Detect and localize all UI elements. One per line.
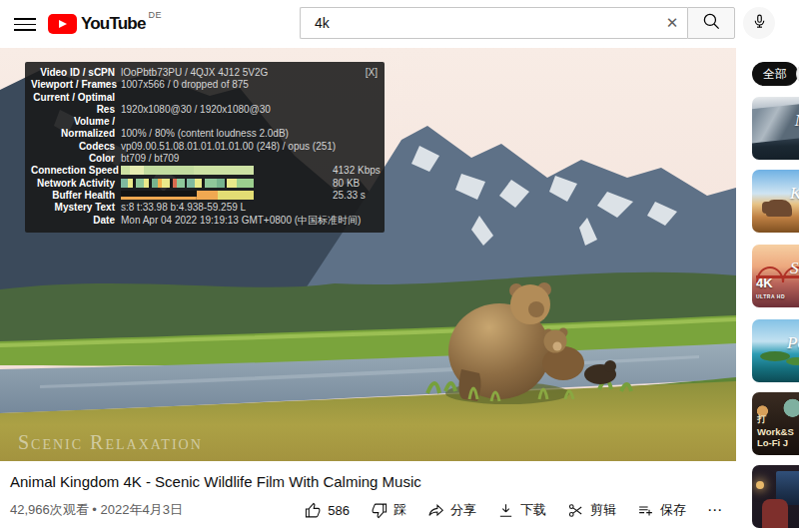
stats-row-connection-speed: Connection Speed4132 Kbps [25,165,385,177]
mic-button[interactable] [743,7,775,39]
thumbs-down-icon [371,502,388,519]
like-button[interactable]: 586 [305,502,350,519]
download-button[interactable]: 下载 [497,501,546,519]
stats-row: DateMon Apr 04 2022 19:19:13 GMT+0800 (中… [25,215,385,227]
scissors-icon [567,502,584,519]
related-videos-sidebar: 全部 N Ki Sc 4KULTRA HD Po 打 Work&S Lo-Fi … [744,48,799,532]
elephant-graphic [766,200,792,217]
download-label: 下载 [520,501,546,519]
search-box: ✕ [300,7,687,39]
search-area: ✕ [300,7,735,39]
clip-button[interactable]: 剪辑 [567,501,616,519]
download-icon [497,502,514,519]
thumbs-up-icon [305,502,322,519]
stats-row: Codecsvp09.00.51.08.01.01.01.01.00 (248)… [25,141,385,153]
more-icon: ⋯ [707,501,724,519]
related-video-thumbnail[interactable]: Sc 4KULTRA HD [752,245,799,307]
related-video-thumbnail[interactable] [752,465,799,528]
video-info-section: Animal Kingdom 4K - Scenic Wildlife Film… [0,461,736,532]
stats-row: Res1920x1080@30 / 1920x1080@30 [25,104,385,116]
search-input[interactable] [315,8,657,38]
share-button[interactable]: 分享 [427,501,476,519]
mic-icon [751,13,768,34]
channel-watermark: Scenic Relaxation [18,431,203,454]
thumbnail-title-letter: Ki [790,184,799,204]
stats-row: Video ID / sCPNlOoPbtb73PU / 4QJX 4J12 5… [25,67,385,79]
action-bar: 586 踩 分享 下载 [305,501,736,519]
menu-icon[interactable] [14,14,36,34]
stats-row: Mystery Texts:8 t:33.98 b:4.938-59.259 L [25,202,385,214]
related-video-thumbnail[interactable]: N [752,97,799,160]
dislike-label: 踩 [394,501,406,519]
stats-row-buffer-health: Buffer Health25.33 s [25,190,385,202]
region-label: DE [149,10,163,20]
related-video-thumbnail[interactable]: Ki [752,170,799,233]
stats-row-network-activity: Network Activity80 KB [25,178,385,190]
related-video-thumbnail[interactable]: Po [752,319,799,382]
youtube-play-icon [48,14,77,34]
island-graphic [786,357,799,365]
youtube-logo[interactable]: YouTube DE [48,12,162,34]
video-title: Animal Kingdom 4K - Scenic Wildlife Film… [10,473,421,490]
clip-label: 剪辑 [590,501,616,519]
connection-speed-bar [121,166,254,175]
thumbnail-title-letter: N [795,111,799,131]
lamp-graphic [756,481,764,489]
thumbnail-title-letter: Sc [790,259,799,278]
top-bar: YouTube DE ✕ [0,0,799,48]
related-video-thumbnail[interactable]: 打 Work&S Lo-Fi J [752,392,799,455]
4k-badge: 4KULTRA HD [756,277,785,302]
view-count-and-date: 42,966次观看 • 2022年4月3日 [10,501,183,519]
stats-row: Current / Optimal [25,92,385,104]
share-label: 分享 [450,501,476,519]
dislike-button[interactable]: 踩 [371,501,406,519]
stats-row: Normalized100% / 80% (content loudness 2… [25,128,385,140]
search-icon [702,12,721,35]
video-player[interactable]: Scenic Relaxation [X] Video ID / sCPNlOo… [0,48,736,461]
stats-row: Viewport / Frames1007x566 / 0 dropped of… [25,79,385,91]
playlist-add-icon [637,502,654,519]
search-button[interactable] [687,7,735,39]
thumbnail-title-letter: Po [787,333,799,353]
stats-row: Colorbt709 / bt709 [25,153,385,165]
stats-row: Volume / [25,116,385,128]
share-arrow-icon [427,502,444,519]
save-button[interactable]: 保存 [637,501,686,519]
save-label: 保存 [660,501,686,519]
buffer-health-bar [121,191,254,200]
like-count: 586 [328,503,350,518]
clear-search-icon[interactable]: ✕ [657,7,687,39]
network-activity-bar [121,179,254,188]
thumbnail-text: 打 Work&S Lo-Fi J [757,414,794,449]
logo-text: YouTube [81,14,146,34]
filter-chip-all[interactable]: 全部 [752,62,798,86]
chair-graphic [762,499,788,528]
more-actions-button[interactable]: ⋯ [707,501,724,519]
stats-for-nerds-panel: [X] Video ID / sCPNlOoPbtb73PU / 4QJX 4J… [25,62,385,233]
